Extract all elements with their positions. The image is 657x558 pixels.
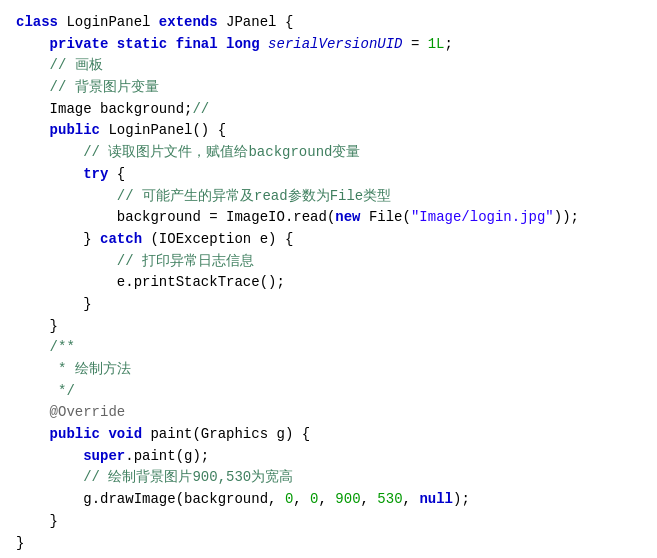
number-token: 900 — [335, 491, 360, 507]
punct-token: ( — [192, 426, 200, 442]
line-content: class LoginPanel extends JPanel { — [16, 12, 641, 34]
ws-token — [16, 426, 50, 442]
code-line: public LoginPanel() { — [16, 120, 641, 142]
line-content: } — [16, 294, 641, 316]
line-content: g.drawImage(background, 0, 0, 900, 530, … — [16, 489, 641, 511]
code-line: super.paint(g); — [16, 446, 641, 468]
ws-token — [16, 188, 117, 204]
kw-token: static — [117, 36, 176, 52]
method-token: read — [293, 209, 327, 225]
code-editor: class LoginPanel extends JPanel { privat… — [0, 0, 657, 558]
ws-token — [16, 448, 83, 464]
ident-token: Image — [50, 101, 100, 117]
number-token: 530 — [377, 491, 402, 507]
line-content: // 画板 — [16, 55, 641, 77]
line-content: * 绘制方法 — [16, 359, 641, 381]
code-line: * 绘制方法 — [16, 359, 641, 381]
ws-token — [16, 383, 58, 399]
kw-token: null — [419, 491, 453, 507]
punct-token: ) { — [285, 426, 310, 442]
kw-token: catch — [100, 231, 150, 247]
code-line: /** — [16, 337, 641, 359]
punct-token: , — [293, 491, 310, 507]
line-content: } — [16, 316, 641, 338]
line-content: Image background;// — [16, 99, 641, 121]
ident-token: LoginPanel — [108, 122, 192, 138]
number-token: 0 — [310, 491, 318, 507]
line-content: } — [16, 533, 641, 555]
kw-token: extends — [159, 14, 226, 30]
punct-token: , — [319, 491, 336, 507]
ws-token — [16, 361, 58, 377]
code-line: // 绘制背景图片900,530为宽高 — [16, 467, 641, 489]
line-content: // 读取图片文件，赋值给background变量 — [16, 142, 641, 164]
ws-token — [16, 209, 117, 225]
punct-token: } — [50, 318, 58, 334]
ws-token — [16, 404, 50, 420]
line-content: try { — [16, 164, 641, 186]
line-content: @Override — [16, 402, 641, 424]
kw-token: try — [83, 166, 117, 182]
line-content: public LoginPanel() { — [16, 120, 641, 142]
line-content: private static final long serialVersionU… — [16, 34, 641, 56]
code-line: @Override — [16, 402, 641, 424]
punct-token: )); — [554, 209, 579, 225]
punct-token: ); — [453, 491, 470, 507]
line-content: */ — [16, 381, 641, 403]
line-content: /** — [16, 337, 641, 359]
method-token: drawImage — [100, 491, 176, 507]
code-line: background = ImageIO.read(new File("Imag… — [16, 207, 641, 229]
punct-token: ( — [150, 231, 158, 247]
code-line: // 背景图片变量 — [16, 77, 641, 99]
punct-token: . — [125, 448, 133, 464]
code-line: try { — [16, 164, 641, 186]
kw-token: class — [16, 14, 66, 30]
code-line: // 可能产生的异常及read参数为File类型 — [16, 186, 641, 208]
ws-token — [16, 79, 50, 95]
ws-token — [16, 36, 50, 52]
ws-token — [16, 144, 83, 160]
line-content: } catch (IOException e) { — [16, 229, 641, 251]
ident-token: File — [369, 209, 403, 225]
ws-token — [16, 318, 50, 334]
code-line: // 打印异常日志信息 — [16, 251, 641, 273]
ident-token: Graphics — [201, 426, 277, 442]
punct-token: (g); — [176, 448, 210, 464]
ident-token: e — [260, 231, 268, 247]
punct-token: = — [209, 209, 226, 225]
punct-token: } — [83, 231, 100, 247]
code-line: } — [16, 316, 641, 338]
ws-token — [16, 101, 50, 117]
method-token: paint — [134, 448, 176, 464]
punct-token: } — [16, 535, 24, 551]
number-token: 1L — [428, 36, 445, 52]
ws-token — [16, 296, 83, 312]
comment-token: /** — [50, 339, 75, 355]
code-line: Image background;// — [16, 99, 641, 121]
code-line: public void paint(Graphics g) { — [16, 424, 641, 446]
punct-token: ) { — [268, 231, 293, 247]
code-line: // 读取图片文件，赋值给background变量 — [16, 142, 641, 164]
kw-token: super — [83, 448, 125, 464]
line-content: } — [16, 511, 641, 533]
comment-token: // 背景图片变量 — [50, 79, 159, 95]
line-content: e.printStackTrace(); — [16, 272, 641, 294]
ws-token — [16, 513, 50, 529]
field-token: serialVersionUID — [268, 36, 411, 52]
ws-token — [16, 166, 83, 182]
ws-token — [16, 122, 50, 138]
line-content: // 绘制背景图片900,530为宽高 — [16, 467, 641, 489]
code-line: } — [16, 511, 641, 533]
method-token: printStackTrace — [134, 274, 260, 290]
ident-token: LoginPanel — [66, 14, 158, 30]
comment-token: // 读取图片文件，赋值给background变量 — [83, 144, 360, 160]
code-line: // 画板 — [16, 55, 641, 77]
punct-token: . — [125, 274, 133, 290]
code-line: } catch (IOException e) { — [16, 229, 641, 251]
comment-token: // 可能产生的异常及read参数为File类型 — [117, 188, 391, 204]
comment-token: // — [192, 101, 209, 117]
punct-token: (); — [260, 274, 285, 290]
code-line: */ — [16, 381, 641, 403]
kw-token: final — [176, 36, 226, 52]
ws-token — [16, 231, 83, 247]
